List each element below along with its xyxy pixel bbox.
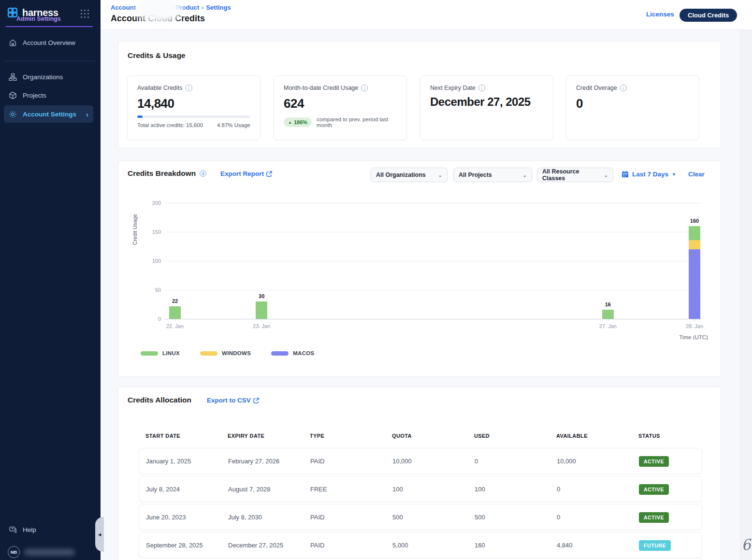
table-row: September 28, 2025December 27, 2025PAID5…: [139, 532, 702, 558]
legend-item-macos[interactable]: MACOS: [271, 350, 314, 356]
sidebar-item-organizations[interactable]: Organizations: [4, 68, 93, 86]
sidebar-item-projects[interactable]: Projects: [4, 86, 93, 104]
module-accent-line: [6, 26, 93, 27]
table-header-status: STATUS: [638, 433, 660, 439]
page-header: Account - Product › Settings Account Clo…: [101, 0, 752, 30]
next-expiry-card: Next Expiry Date i December 27, 2025: [420, 75, 553, 140]
credits-allocation-title: Credits Allocation: [128, 396, 191, 404]
gridline: [165, 261, 701, 261]
table-header-quota: QUOTA: [392, 433, 412, 439]
licenses-link[interactable]: Licenses: [646, 11, 674, 18]
status-badge: ACTIVE: [639, 456, 669, 467]
usage-percent: 4.87% Usage: [217, 122, 250, 128]
app-launcher-icon[interactable]: [81, 10, 89, 18]
credits-breakdown-title: Credits Breakdown: [128, 169, 196, 178]
stat-label: Credit Overage: [576, 85, 617, 91]
cell-available: 0: [557, 504, 560, 531]
stat-label: Next Expiry Date: [430, 85, 476, 91]
help-chat-icon: [9, 526, 17, 534]
info-icon[interactable]: i: [620, 85, 627, 91]
organizations-filter-dropdown[interactable]: All Organizations ⌄: [371, 168, 448, 182]
cell-status: ACTIVE: [639, 448, 669, 474]
chevron-down-icon: ⌄: [604, 172, 608, 178]
credits-breakdown-card: Credits Breakdown i Export Report All Or…: [118, 160, 721, 377]
avatar[interactable]: NB: [8, 546, 20, 558]
stat-label: Available Credits: [137, 85, 183, 91]
sidebar-item-label: Organizations: [23, 73, 63, 81]
bar-value-label: 160: [682, 218, 707, 224]
delta-note: compared to prev. period last month: [317, 116, 397, 128]
breadcrumb-chevron-icon: ›: [202, 4, 203, 11]
table-row: July 8, 2024August 7, 2028FREE1001000ACT…: [139, 476, 702, 502]
redaction-blur: [24, 549, 75, 556]
bar-segment-linux: [602, 310, 614, 319]
sidebar-item-help[interactable]: Help: [4, 521, 93, 538]
credits-allocation-card: Credits Allocation Export to CSV START D…: [118, 387, 721, 560]
info-icon[interactable]: i: [478, 85, 485, 91]
cell-type: PAID: [310, 532, 324, 559]
info-icon[interactable]: i: [361, 85, 368, 91]
cell-type: PAID: [310, 504, 324, 531]
breadcrumb-settings[interactable]: Settings: [206, 4, 231, 11]
x-axis-line: [165, 319, 701, 319]
export-csv-link[interactable]: Export to CSV: [207, 397, 259, 404]
sidebar-collapse-handle[interactable]: ◀: [95, 517, 104, 552]
delta-badge: ▲ 186%: [284, 117, 312, 127]
sidebar-item-label: Account Settings: [23, 111, 76, 118]
sidebar-item-label: Projects: [23, 92, 46, 99]
date-range-label: Last 7 Days: [632, 171, 668, 178]
bar-segment-linux: [689, 226, 700, 240]
sidebar-item-account-settings[interactable]: Account Settings ›: [4, 105, 93, 123]
status-badge: FUTURE: [639, 540, 671, 551]
total-active-credits: Total active credits: 15,600: [137, 122, 203, 128]
table-header-start-date: START DATE: [145, 433, 180, 439]
x-tick-label: 22. Jan: [156, 323, 194, 329]
clear-filters-link[interactable]: Clear: [688, 171, 705, 178]
available-credits-value: 14,840: [137, 96, 250, 111]
x-tick-label: 28. Jan: [675, 323, 714, 329]
y-tick-label: 150: [143, 229, 161, 235]
table-header-type: TYPE: [310, 433, 324, 439]
legend-swatch: [141, 351, 158, 356]
legend-swatch: [271, 351, 289, 356]
cell-start_date: January 1, 2025: [146, 448, 191, 474]
bar-value-label: 22: [163, 298, 187, 304]
cell-start_date: September 28, 2025: [146, 532, 203, 559]
home-icon: [9, 39, 17, 47]
x-tick-mark: [175, 319, 175, 321]
export-report-link[interactable]: Export Report: [220, 170, 272, 177]
cell-expiry_date: August 7, 2028: [228, 476, 270, 503]
status-badge: ACTIVE: [639, 484, 669, 495]
legend-item-windows[interactable]: WINDOWS: [200, 350, 251, 356]
bar-segment-windows: [689, 240, 700, 249]
collapse-arrow-icon: ◀: [98, 532, 101, 537]
sidebar-item-account-overview[interactable]: Account Overview: [4, 34, 93, 51]
cloud-credits-button[interactable]: Cloud Credits: [680, 9, 737, 22]
y-axis-title: Credit Usage: [132, 203, 138, 256]
chevron-down-icon: ⌄: [438, 172, 442, 178]
x-tick-mark: [694, 319, 695, 321]
table-row: January 1, 2025February 27, 2026PAID10,0…: [139, 448, 702, 474]
resource-classes-filter-dropdown[interactable]: All Resource Classes ⌄: [537, 168, 613, 182]
info-icon[interactable]: i: [200, 170, 206, 177]
chevron-right-icon: ›: [86, 110, 88, 118]
table-header-expiry-date: EXPIRY DATE: [228, 433, 264, 439]
cell-used: 0: [475, 448, 478, 474]
cell-available: 0: [557, 476, 560, 503]
sidebar-divider: [5, 61, 96, 61]
sidebar: harness Admin Settings Account Overview: [0, 0, 101, 560]
credits-breakdown-title-row: Credits Breakdown i: [128, 169, 206, 178]
projects-filter-dropdown[interactable]: All Projects ⌄: [453, 168, 532, 182]
external-link-icon: [253, 398, 259, 403]
calendar-icon: [622, 171, 629, 178]
legend-item-linux[interactable]: LINUX: [141, 350, 180, 356]
date-range-picker[interactable]: Last 7 Days ▼: [622, 171, 676, 178]
gridline: [165, 203, 701, 203]
sidebar-item-label: Account Overview: [23, 39, 75, 46]
cell-type: PAID: [310, 448, 324, 474]
gridline: [165, 232, 701, 232]
info-icon[interactable]: i: [186, 85, 192, 91]
breadcrumb-account[interactable]: Account: [111, 4, 136, 11]
legend-label: LINUX: [162, 350, 180, 356]
cell-quota: 100: [392, 476, 403, 503]
